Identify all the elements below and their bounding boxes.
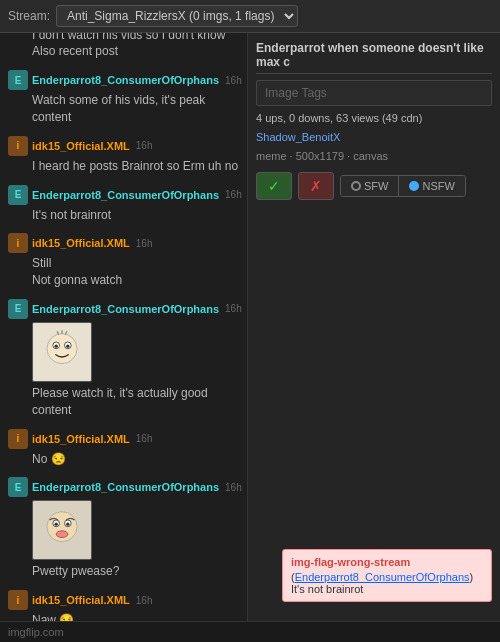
error-message: (Enderparrot8_ConsumerOfOrphans) It's no… <box>291 571 483 595</box>
stream-select[interactable]: Anti_Sigma_RizzlersX (0 imgs, 1 flags) <box>56 5 298 27</box>
timestamp: 16h <box>136 140 153 151</box>
chat-message: i idk15_Official.XML 16h I heard he post… <box>4 136 243 175</box>
timestamp: 16h <box>136 433 153 444</box>
chat-header: i idk15_Official.XML 16h <box>8 429 239 449</box>
svg-point-4 <box>55 344 58 347</box>
username: idk15_Official.XML <box>32 433 130 445</box>
user-link[interactable]: Shadow_BenoitX <box>256 131 340 143</box>
footer: imgflip.com <box>0 621 500 642</box>
username: Enderparrot8_ConsumerOfOrphans <box>32 303 219 315</box>
chat-message: i idk15_Official.XML 16h No 😒 <box>4 429 243 468</box>
stream-label: Stream: <box>8 9 50 23</box>
sfw-option[interactable]: SFW <box>341 176 399 196</box>
timestamp: 16h <box>225 482 242 493</box>
chat-header: i idk15_Official.XML 16h <box>8 136 239 156</box>
x-icon: ✗ <box>310 178 322 194</box>
chat-text: I don't watch his vids so I don't know <box>32 33 239 43</box>
nsfw-label: NSFW <box>422 180 454 192</box>
svg-point-1 <box>47 334 77 364</box>
checkmark-icon: ✓ <box>268 178 280 194</box>
chat-text: Still <box>32 255 239 272</box>
chat-text: No 😒 <box>32 451 239 468</box>
chat-header: E Enderparrot8_ConsumerOfOrphans 16h <box>8 70 239 90</box>
chat-message: E Enderparrot8_ConsumerOfOrphans 16h Pwe… <box>4 477 243 580</box>
timestamp: 16h <box>225 303 242 314</box>
meme-image <box>32 500 92 560</box>
chat-header: E Enderparrot8_ConsumerOfOrphans 16h <box>8 185 239 205</box>
svg-point-5 <box>66 344 69 347</box>
chat-header: E Enderparrot8_ConsumerOfOrphans 16h <box>8 477 239 497</box>
meta-text: meme · 500x1179 · canvas <box>256 150 492 162</box>
chat-text: Watch some of his vids, it's peak conten… <box>32 92 239 126</box>
stats-text: 4 ups, 0 downs, 63 views (49 cdn) <box>256 112 492 124</box>
timestamp: 16h <box>225 75 242 86</box>
chat-text: Also recent post <box>32 43 239 60</box>
error-box: img-flag-wrong-stream (Enderparrot8_Cons… <box>282 549 492 602</box>
chat-text: Not gonna watch <box>32 272 239 289</box>
username: Enderparrot8_ConsumerOfOrphans <box>32 481 219 493</box>
chat-message: i idk15_Official.XML 16h StillNot gonna … <box>4 233 243 289</box>
meme-title: Enderparrot when someone doesn't like ma… <box>256 41 492 74</box>
image-tags-placeholder: Image Tags <box>265 86 327 100</box>
username: Enderparrot8_ConsumerOfOrphans <box>32 74 219 86</box>
sfw-radio-dot <box>351 181 361 191</box>
chat-header: i idk15_Official.XML 16h <box>8 590 239 610</box>
avatar: i <box>8 136 28 156</box>
timestamp: 16h <box>225 189 242 200</box>
avatar: E <box>8 185 28 205</box>
avatar: i <box>8 590 28 610</box>
chat-text: Please watch it, it's actually good cont… <box>32 385 239 419</box>
username: idk15_Official.XML <box>32 594 130 606</box>
chat-header: E Enderparrot8_ConsumerOfOrphans 16h <box>8 299 239 319</box>
footer-text: imgflip.com <box>8 626 64 638</box>
top-bar: Stream: Anti_Sigma_RizzlersX (0 imgs, 1 … <box>0 0 500 33</box>
chat-text: I heard he posts Brainrot so Erm uh no <box>32 158 239 175</box>
reject-button[interactable]: ✗ <box>298 172 334 200</box>
svg-point-13 <box>55 523 58 526</box>
sfw-label: SFW <box>364 180 388 192</box>
chat-header: i idk15_Official.XML 16h <box>8 233 239 253</box>
username: idk15_Official.XML <box>32 237 130 249</box>
error-user-link[interactable]: Enderparrot8_ConsumerOfOrphans <box>295 571 470 583</box>
chat-text: Pwetty pwease? <box>32 563 239 580</box>
nsfw-option[interactable]: NSFW <box>399 176 464 196</box>
svg-point-15 <box>56 531 68 538</box>
action-row: ✓ ✗ SFW NSFW <box>256 172 492 200</box>
avatar: E <box>8 477 28 497</box>
chat-text: It's not brainrot <box>32 207 239 224</box>
chat-message: E Enderparrot8_ConsumerOfOrphans 16h Wat… <box>4 70 243 126</box>
svg-point-14 <box>66 523 69 526</box>
avatar: E <box>8 70 28 90</box>
image-tags-input[interactable]: Image Tags <box>256 80 492 106</box>
chat-message: i idk15_Official.XML 16h I don't watch h… <box>4 33 243 60</box>
timestamp: 16h <box>136 595 153 606</box>
approve-button[interactable]: ✓ <box>256 172 292 200</box>
chat-message: E Enderparrot8_ConsumerOfOrphans 16h It'… <box>4 185 243 224</box>
sfw-nsfw-toggle[interactable]: SFW NSFW <box>340 175 466 197</box>
chat-message: E Enderparrot8_ConsumerOfOrphans 16h Pl <box>4 299 243 419</box>
timestamp: 16h <box>136 238 153 249</box>
username: idk15_Official.XML <box>32 140 130 152</box>
avatar: E <box>8 299 28 319</box>
error-title: img-flag-wrong-stream <box>291 556 483 568</box>
nsfw-radio-dot <box>409 181 419 191</box>
avatar: i <box>8 429 28 449</box>
meme-image <box>32 322 92 382</box>
chat-panel[interactable]: E Enderparrot8_ConsumerOfOrphans 16h Wha… <box>0 33 248 642</box>
avatar: i <box>8 233 28 253</box>
username: Enderparrot8_ConsumerOfOrphans <box>32 189 219 201</box>
